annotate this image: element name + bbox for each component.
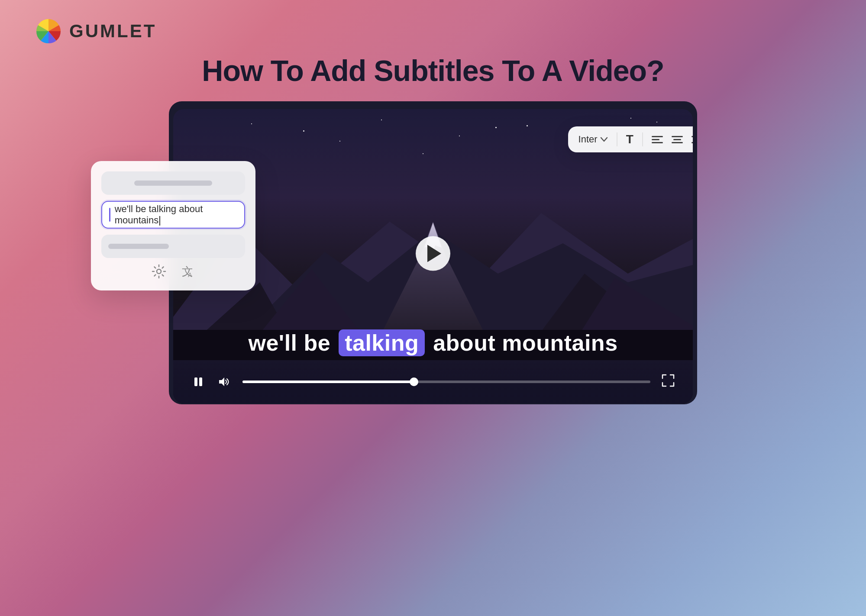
page-title: How To Add Subtitles To A Video? — [202, 54, 664, 87]
play-icon — [427, 245, 441, 262]
svg-rect-11 — [199, 377, 202, 386]
translate-icon[interactable]: 文 A — [180, 264, 195, 282]
gumlet-logo-icon — [35, 17, 62, 45]
progress-bar[interactable] — [242, 381, 650, 383]
svg-text:A: A — [188, 271, 192, 278]
subtitle-bar: we'll be talking about mountains — [173, 330, 693, 356]
subtitle-editor-panel: we'll be talking about mountains — [91, 161, 255, 290]
font-selector[interactable]: Inter — [578, 134, 608, 145]
progress-thumb — [410, 377, 418, 386]
video-wrapper: we'll be talking about mountains — [160, 109, 706, 403]
pause-button[interactable] — [191, 374, 206, 390]
align-center-button[interactable] — [672, 136, 683, 143]
header: GUMLET — [0, 0, 866, 54]
subtitle-input-text: we'll be talking about mountains — [115, 203, 237, 226]
chevron-down-icon — [600, 137, 608, 142]
panel-row-top[interactable] — [101, 171, 245, 195]
bold-button[interactable]: T — [626, 132, 633, 146]
toolbar-divider-2 — [642, 132, 643, 146]
svg-rect-10 — [194, 377, 197, 386]
toolbar-divider-1 — [617, 132, 617, 146]
text-cursor — [159, 216, 160, 226]
video-controls — [173, 360, 693, 403]
align-line-1 — [652, 136, 663, 137]
align-right-line-3 — [692, 142, 693, 143]
subtitle-highlight: talking — [339, 329, 425, 356]
subtitle-pre: we'll be — [248, 330, 337, 355]
panel-icons: 文 A — [101, 264, 245, 282]
align-center-line-2 — [673, 139, 681, 140]
fullscreen-button[interactable] — [661, 373, 675, 391]
subtitle-input-row[interactable]: we'll be talking about mountains — [101, 201, 245, 229]
input-cursor-line — [109, 208, 110, 222]
logo-text: GUMLET — [69, 21, 156, 42]
bold-label: T — [626, 132, 633, 146]
settings-icon[interactable] — [152, 264, 166, 282]
align-line-2 — [652, 139, 659, 140]
volume-button[interactable] — [216, 374, 232, 390]
align-left-button[interactable] — [652, 136, 663, 143]
align-center-line-3 — [672, 142, 683, 143]
svg-marker-12 — [219, 377, 224, 386]
panel-row-bar-bottom — [108, 244, 169, 249]
align-center-line-1 — [672, 136, 683, 137]
style-toolbar: Inter T — [568, 126, 693, 152]
subtitle-text: we'll be talking about mountains — [248, 330, 617, 355]
align-line-3 — [652, 142, 663, 143]
svg-point-13 — [157, 269, 161, 274]
align-right-line-1 — [692, 136, 693, 137]
font-name: Inter — [578, 134, 598, 145]
main-content: we'll be talking about mountains — [130, 109, 736, 403]
align-right-button[interactable] — [692, 136, 693, 143]
play-button[interactable] — [416, 236, 450, 271]
subtitle-post: about mountains — [427, 330, 617, 355]
panel-row-bar-top — [134, 181, 212, 186]
progress-fill — [242, 381, 414, 383]
panel-row-bottom[interactable] — [101, 235, 245, 258]
